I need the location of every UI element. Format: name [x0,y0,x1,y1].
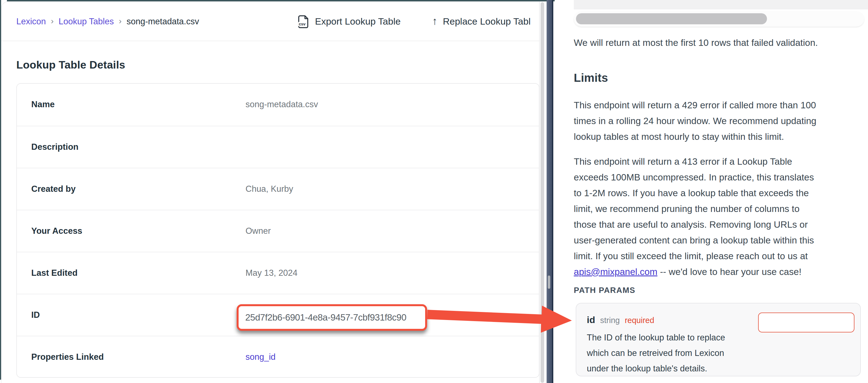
table-row-id: ID 25d7f2b6-6901-4e8a-9457-7cbf931f8c90 [17,294,539,336]
breadcrumb-separator: › [51,16,54,26]
export-button-label: Export Lookup Table [315,16,401,27]
row-value: song-metadata.csv [246,84,318,125]
window-divider-bar [547,0,553,383]
table-row-properties-linked: Properties Linked song_id [17,336,539,378]
row-label: Description [31,126,79,168]
table-row-your-access: Your Access Owner [17,210,539,252]
table-row-last-edited: Last Edited May 13, 2024 [17,252,539,294]
replace-lookup-table-button[interactable]: ↑ Replace Lookup Tabl [432,2,531,41]
row-label: Created by [31,168,75,210]
row-label: Name [31,84,55,125]
breadcrumb-current-file: song-metadata.csv [126,16,199,27]
lookup-table-id-value: 25d7f2b6-6901-4e8a-9457-7cbf931f8c90 [239,312,406,323]
table-row-created-by: Created by Chua, Kurby [17,168,539,210]
lexicon-window: Lexicon › Lookup Tables › song-metadata.… [1,1,547,383]
param-description: The ID of the lookup table to replace wh… [587,330,742,376]
path-params-section-label: PATH PARAMS [574,286,636,295]
song-id-property-link[interactable]: song_id [246,336,276,378]
param-name: id [587,314,595,325]
replace-button-label: Replace Lookup Tabl [443,16,531,27]
docs-top-band [574,0,868,9]
breadcrumb-lexicon-link[interactable]: Lexicon [16,16,46,27]
export-lookup-table-button[interactable]: csv Export Lookup Table [298,2,401,41]
api-docs-panel: We will return at most the first 10 rows… [555,0,868,383]
limits-paragraph-413-body: This endpoint will return a 413 error if… [574,156,814,261]
limits-paragraph-429: This endpoint will return a 429 error if… [574,97,864,144]
docs-intro-text: We will return at most the first 10 rows… [574,35,864,50]
window-divider-handle[interactable] [548,276,550,289]
breadcrumb-separator: › [119,16,122,26]
page-title: Lookup Table Details [16,59,125,71]
row-value: Chua, Kurby [246,168,293,210]
param-required-badge: required [625,316,654,325]
csv-file-icon: csv [298,15,309,29]
path-param-card: id string required The ID of the lookup … [576,303,861,376]
lexicon-header: Lexicon › Lookup Tables › song-metadata.… [1,2,539,41]
svg-text:csv: csv [299,22,306,26]
content-scroll-gutter-line [539,2,540,383]
table-row-name: Name song-metadata.csv [17,84,539,126]
row-value: May 13, 2024 [246,252,298,294]
apis-mixpanel-email-link[interactable]: apis@mixpanel.com [574,267,657,277]
id-value-highlight-box: 25d7f2b6-6901-4e8a-9457-7cbf931f8c90 [237,304,427,331]
param-header: id string required [587,314,654,325]
lookup-table-details-card: Name song-metadata.csv Description Creat… [16,83,539,378]
docs-horizontal-scrollbar[interactable] [574,11,864,27]
row-value: Owner [246,210,271,252]
param-id-input[interactable] [758,313,855,333]
limits-heading: Limits [574,71,864,85]
param-type: string [600,316,620,325]
docs-horizontal-scrollbar-thumb[interactable] [576,13,767,24]
limits-paragraph-413: This endpoint will return a 413 error if… [574,154,864,280]
row-label: Properties Linked [31,336,104,378]
limits-paragraph-413-tail: -- we'd love to hear your use case! [657,267,801,277]
upload-arrow-icon: ↑ [432,16,437,26]
table-row-description: Description [17,126,539,168]
breadcrumb-lookup-tables-link[interactable]: Lookup Tables [59,16,114,27]
row-label: Last Edited [31,252,78,294]
breadcrumb: Lexicon › Lookup Tables › song-metadata.… [16,2,199,41]
left-window-vertical-scrollbar[interactable] [540,2,544,383]
row-label: ID [31,294,40,336]
row-label: Your Access [31,210,82,252]
